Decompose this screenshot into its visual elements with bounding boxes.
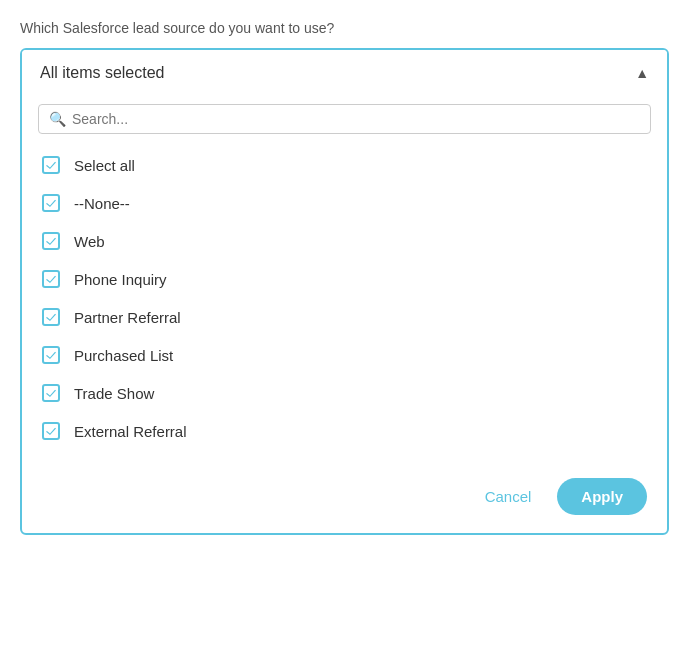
search-input-wrapper: 🔍: [38, 104, 651, 134]
checkbox-label-external-referral: External Referral: [74, 423, 187, 440]
search-icon: 🔍: [49, 111, 66, 127]
checkbox-visual-phone-inquiry: [42, 270, 60, 288]
footer-buttons: Cancel Apply: [22, 466, 667, 533]
checkbox-visual-partner-referral: [42, 308, 60, 326]
checkbox-list: Select all--None--WebPhone InquiryPartne…: [22, 138, 667, 466]
checkbox-item[interactable]: Purchased List: [22, 336, 667, 374]
cancel-button[interactable]: Cancel: [471, 480, 546, 513]
dropdown-header[interactable]: All items selected ▲: [22, 50, 667, 96]
chevron-up-icon: ▲: [635, 65, 649, 81]
checkbox-label-none: --None--: [74, 195, 130, 212]
checkbox-wrapper: [42, 194, 60, 212]
checkbox-label-phone-inquiry: Phone Inquiry: [74, 271, 167, 288]
checkbox-item[interactable]: Partner Referral: [22, 298, 667, 336]
checkbox-wrapper: [42, 156, 60, 174]
checkbox-item[interactable]: Web: [22, 222, 667, 260]
checkbox-visual-external-referral: [42, 422, 60, 440]
checkbox-label-select-all: Select all: [74, 157, 135, 174]
checkbox-item[interactable]: Phone Inquiry: [22, 260, 667, 298]
checkbox-visual-trade-show: [42, 384, 60, 402]
checkbox-item[interactable]: Select all: [22, 146, 667, 184]
question-label: Which Salesforce lead source do you want…: [20, 20, 669, 36]
checkbox-wrapper: [42, 270, 60, 288]
checkbox-visual-select-all: [42, 156, 60, 174]
checkbox-wrapper: [42, 232, 60, 250]
checkbox-visual-none: [42, 194, 60, 212]
checkbox-item[interactable]: Trade Show: [22, 374, 667, 412]
checkbox-visual-web: [42, 232, 60, 250]
checkbox-label-trade-show: Trade Show: [74, 385, 154, 402]
checkbox-label-web: Web: [74, 233, 105, 250]
checkbox-visual-purchased-list: [42, 346, 60, 364]
checkbox-wrapper: [42, 422, 60, 440]
checkbox-item[interactable]: External Referral: [22, 412, 667, 450]
checkbox-wrapper: [42, 384, 60, 402]
checkbox-label-purchased-list: Purchased List: [74, 347, 173, 364]
checkbox-wrapper: [42, 346, 60, 364]
checkbox-label-partner-referral: Partner Referral: [74, 309, 181, 326]
dropdown-box: All items selected ▲ 🔍 Select all--None-…: [20, 48, 669, 535]
main-container: Which Salesforce lead source do you want…: [20, 20, 669, 535]
dropdown-title: All items selected: [40, 64, 165, 82]
checkbox-wrapper: [42, 308, 60, 326]
checkbox-item[interactable]: --None--: [22, 184, 667, 222]
search-container: 🔍: [22, 96, 667, 138]
apply-button[interactable]: Apply: [557, 478, 647, 515]
search-input[interactable]: [72, 111, 640, 127]
